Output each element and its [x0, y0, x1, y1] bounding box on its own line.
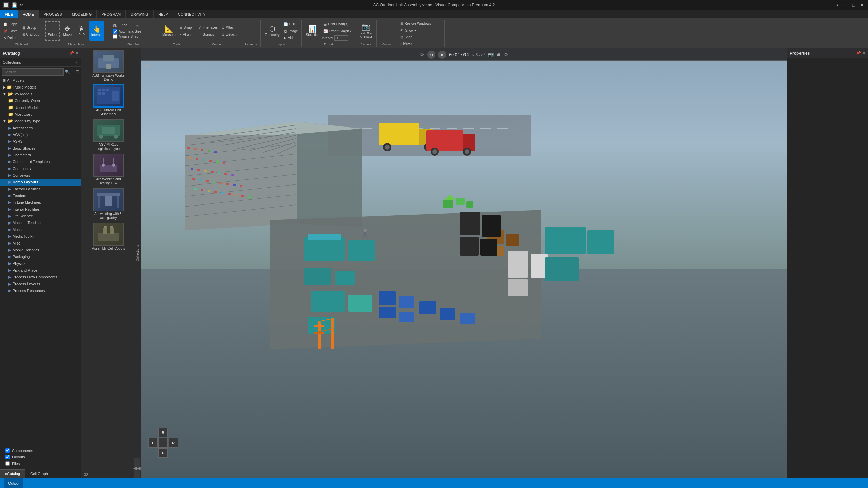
image-btn[interactable]: 🖼 Image [282, 28, 299, 34]
tab-program[interactable]: PROGRAM [97, 10, 126, 18]
tree-item-process-layouts[interactable]: ▶ Process Layouts [0, 280, 81, 287]
tree-item-feeders[interactable]: ▶ Feeders [0, 192, 81, 199]
thumb-ac-outdoor[interactable]: AC Outdoor Unit Assembly [83, 84, 134, 116]
export-graph-btn[interactable]: 📈 Export Graph ▾ [322, 28, 353, 34]
camera-icon[interactable]: 📷 [488, 52, 494, 57]
output-btn[interactable]: Output [4, 478, 23, 488]
detach-btn[interactable]: ⊗ Detach [220, 31, 238, 37]
tree-item-mobile-robotics[interactable]: ▶ Mobile Robotics [0, 247, 81, 253]
files-checkbox[interactable] [5, 461, 10, 466]
tree-item-life-science[interactable]: ▶ Life Science [0, 213, 81, 219]
close-ecatalog-btn[interactable]: ✕ [75, 51, 78, 55]
close-btn[interactable]: ✕ [859, 2, 865, 8]
layouts-checkbox[interactable] [5, 455, 10, 459]
statistics-btn[interactable]: 📊 Statistics [304, 21, 321, 41]
properties-close-btn[interactable]: ✕ [862, 51, 865, 55]
geometry-btn[interactable]: ⬡ Geometry [263, 21, 282, 41]
thumb-arc-welding-gantry[interactable]: Arc welding with 3-axis gantry [83, 188, 134, 220]
tree-item-interior-facilities[interactable]: ▶ Interior Facilities [0, 206, 81, 213]
tree-item-demo-layouts[interactable]: ▶ Demo Layouts [0, 179, 81, 186]
tab-process[interactable]: PROCESS [39, 10, 67, 18]
pdf-btn[interactable]: 📄 PDF [282, 21, 299, 27]
settings2-icon[interactable]: ⚙ [504, 52, 508, 57]
viewport-settings-icon[interactable]: ⚙ [145, 63, 149, 69]
nav-r-btn[interactable]: R [169, 438, 178, 448]
minimize-btn[interactable]: ─ [842, 2, 849, 8]
tree-item-factory-facilities[interactable]: ▶ Factory Facilities [0, 186, 81, 192]
collections-vert-tab[interactable]: Collections [134, 48, 141, 458]
nav-l-btn[interactable]: L [148, 438, 158, 448]
tab-connectivity[interactable]: CONNECTIVITY [173, 10, 211, 18]
tree-item-pick-and-place[interactable]: ▶ Pick and Place [0, 267, 81, 274]
signals-btn[interactable]: ✓ Signals [197, 31, 219, 37]
properties-pin-icon[interactable]: 📌 [856, 51, 861, 55]
tree-item-machines[interactable]: ▶ Machines [0, 226, 81, 233]
restore-windows-btn[interactable]: ⊞ Restore Windows [399, 20, 432, 26]
tree-item-most-used[interactable]: 📁 Most Used [0, 111, 81, 118]
camera-animator-btn[interactable]: 📷 Camera Animator [358, 21, 374, 41]
tree-item-my-models[interactable]: ▼ 📂 My Models [0, 91, 81, 97]
nav-t-btn[interactable]: T [158, 438, 168, 448]
move-win-btn[interactable]: ↕ Move [399, 41, 432, 47]
tree-item-process-flow[interactable]: ▶ Process Flow Components [0, 274, 81, 280]
add-collection-btn[interactable]: + [75, 59, 78, 65]
tree-item-characters[interactable]: ▶ Characters [0, 152, 81, 158]
tree-item-recent-models[interactable]: 📁 Recent Models [0, 104, 81, 111]
pnp-btn[interactable]: 🖱 PnP [75, 21, 88, 41]
measure-btn[interactable]: 📐 Measure [160, 21, 178, 41]
tree-item-accessories[interactable]: ▶ Accessories [0, 124, 81, 131]
thumb-assembly-cell[interactable]: Assembly Cell Cobots [83, 223, 134, 251]
tree-item-packaging[interactable]: ▶ Packaging [0, 253, 81, 260]
tree-item-media-toolkit[interactable]: ▶ Media Toolkit [0, 233, 81, 240]
thumb-agv-mir[interactable]: AGV MiR100 Logistics Layout [83, 119, 134, 151]
tree-item-currently-open[interactable]: 📁 Currently Open [0, 97, 81, 104]
tree-item-models-by-type[interactable]: ▼ 📂 Models by Type [0, 118, 81, 124]
select-btn[interactable]: ⬚ Select [45, 21, 60, 41]
tree-item-all-models[interactable]: ⊞ All Models [0, 77, 81, 84]
maximize-btn[interactable]: □ [850, 2, 857, 8]
tab-drawing[interactable]: DRAWING [126, 10, 154, 18]
tab-home[interactable]: HOME [18, 10, 39, 18]
attach-btn[interactable]: ⊙ Attach [220, 24, 238, 31]
copy-btn[interactable]: 📋 Copy [2, 21, 19, 27]
grid-view-icon[interactable]: ⊞ [71, 70, 74, 74]
ungroup-btn[interactable]: ⊞ Ungroup [21, 31, 41, 37]
size-input[interactable] [121, 23, 134, 28]
interfaces-btn[interactable]: ⇄ Interfaces [197, 24, 219, 31]
tree-item-controllers[interactable]: ▶ Controllers [0, 165, 81, 172]
skip-back-btn[interactable]: ⏮ [427, 51, 435, 59]
collapse-panel-btn[interactable]: ◀◀ [134, 458, 140, 478]
collapse-btn[interactable]: ▲ [834, 2, 841, 8]
video-btn[interactable]: ▶ Video [282, 35, 299, 41]
paste-btn[interactable]: 📌 Paste [2, 28, 19, 34]
group-btn[interactable]: ▦ Group [21, 24, 41, 31]
snap-win-btn[interactable]: ⊡ Snap [399, 34, 432, 40]
nav-f-btn[interactable]: F [158, 448, 168, 458]
interval-input[interactable] [334, 35, 348, 41]
thumb-arc-welding-biw[interactable]: Arc Welding and Testing BIW [83, 154, 134, 186]
tab-file[interactable]: FILE [0, 10, 18, 18]
search-icon[interactable]: 🔍 [65, 70, 70, 74]
tree-item-component-templates[interactable]: ▶ Component Templates [0, 158, 81, 165]
nav-b-btn[interactable]: B [158, 428, 168, 437]
tree-item-public-models[interactable]: ▶ 📁 Public Models [0, 84, 81, 91]
play-btn[interactable]: ▶ [438, 51, 446, 59]
settings-icon[interactable]: ⚙ [420, 51, 425, 58]
tree-item-basic-shapes[interactable]: ▶ Basic Shapes [0, 145, 81, 152]
show-btn[interactable]: 👁 Show ▾ [399, 27, 432, 33]
tab-modeling[interactable]: MODELING [67, 10, 97, 18]
tree-item-machine-tending[interactable]: ▶ Machine Tending [0, 219, 81, 226]
pin-icon[interactable]: 📌 [69, 51, 74, 55]
tree-item-process-resources[interactable]: ▶ Process Resources [0, 287, 81, 294]
always-snap-checkbox[interactable] [113, 34, 117, 39]
tab-cell-graph[interactable]: Cell Graph [25, 469, 53, 478]
tree-item-agv[interactable]: ▶ AGV(old) [0, 131, 81, 138]
save-icon[interactable]: 💾 [12, 2, 17, 8]
tree-item-misc[interactable]: ▶ Misc [0, 240, 81, 247]
tab-ecatalog[interactable]: eCatalog [0, 469, 25, 478]
tree-item-asrs[interactable]: ▶ ASRS [0, 138, 81, 145]
search-input[interactable] [2, 68, 64, 76]
align-btn[interactable]: ≡ Align [178, 31, 193, 37]
delete-btn[interactable]: ✕ Delete [2, 35, 19, 41]
record-icon[interactable]: ⏺ [496, 52, 501, 57]
